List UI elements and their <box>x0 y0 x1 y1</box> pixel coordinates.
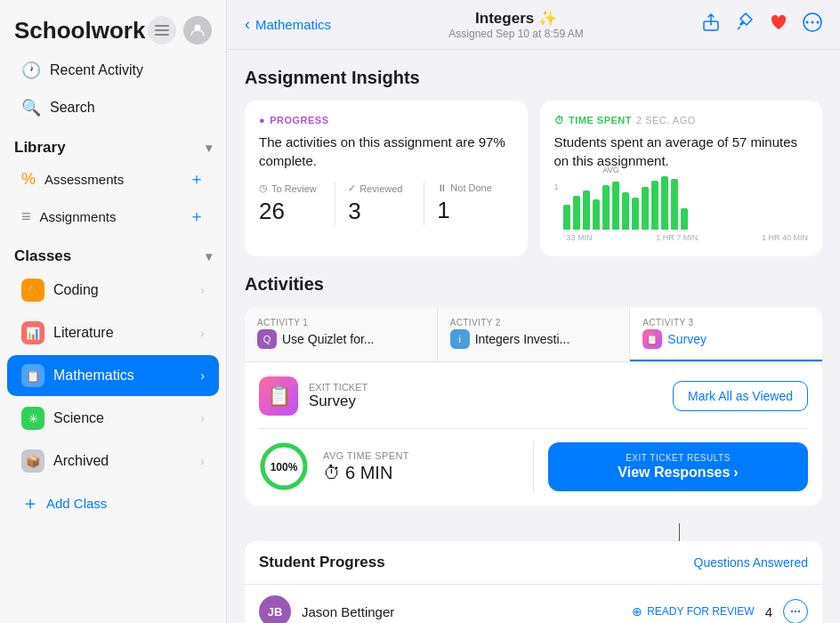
svg-rect-2 <box>155 34 169 36</box>
student-progress-title: Student Progress <box>259 554 385 571</box>
bar <box>671 179 678 230</box>
svg-point-8 <box>817 21 820 24</box>
pin-button[interactable] <box>735 12 755 36</box>
add-class-button[interactable]: ＋ Add Class <box>0 482 226 524</box>
main-content: ‹ Mathematics Integers ✨ Assigned Sep 10… <box>227 0 840 623</box>
student-row: JB Jason Bettinger ⊕ READY FOR REVIEW 4 <box>245 585 822 623</box>
svg-text:100%: 100% <box>271 461 298 473</box>
activity-tab-3[interactable]: ACTIVITY 3 📋 Survey <box>630 307 822 361</box>
insights-row: ● PROGRESS The activities on this assign… <box>245 101 822 256</box>
survey-card: 📋 EXIT TICKET Survey Mark All as Viewed <box>245 362 822 506</box>
assessments-icon: % <box>21 170 36 189</box>
ready-dot-icon: ⊕ <box>632 604 642 619</box>
time-text: Students spent an average of 57 minutes … <box>554 133 809 170</box>
time-label: ⏱ TIME SPENT 2 sec. ago <box>554 115 809 125</box>
svg-point-14 <box>795 611 796 612</box>
literature-chevron-icon: › <box>200 326 205 340</box>
ready-badge-1: ⊕ READY FOR REVIEW <box>632 604 754 619</box>
student-more-button-1[interactable] <box>783 599 808 623</box>
svg-point-6 <box>806 21 809 24</box>
bar <box>583 190 590 230</box>
mark-all-viewed-button[interactable]: Mark All as Viewed <box>673 381 808 411</box>
clock-icon: 🕐 <box>21 61 41 80</box>
to-review-value: 26 <box>259 198 322 225</box>
svg-rect-0 <box>155 25 169 27</box>
assignment-insights-title: Assignment Insights <box>245 68 822 88</box>
progress-stats: ◷ To Review 26 ✓ Reviewed 3 <box>259 182 513 225</box>
sidebar-item-archived[interactable]: 📦 Archived › <box>7 441 219 481</box>
survey-name: Survey <box>309 392 368 410</box>
progress-text: The activities on this assignment are 97… <box>259 133 513 170</box>
assignments-icon: ≡ <box>21 207 31 226</box>
mathematics-chevron-icon: › <box>200 368 205 383</box>
bar <box>573 196 580 230</box>
page-title: Integers ✨ <box>448 9 583 28</box>
not-done-stat: ⏸ Not Done 1 <box>437 182 513 225</box>
questions-answered-link[interactable]: Questions Answered <box>694 555 808 570</box>
clock-icon: ⏱ <box>323 463 341 483</box>
not-done-value: 1 <box>437 197 500 224</box>
bar <box>593 199 600 230</box>
bar <box>651 181 658 230</box>
coding-class-icon: 🔶 <box>21 279 44 302</box>
page-subtitle: Assigned Sep 10 at 8:59 AM <box>448 28 583 40</box>
science-chevron-icon: › <box>200 411 205 425</box>
time-ago: 2 sec. ago <box>636 115 696 125</box>
share-button[interactable] <box>701 12 721 36</box>
topbar-actions <box>701 12 822 36</box>
bar <box>622 192 629 230</box>
sidebar-item-literature[interactable]: 📊 Literature › <box>7 312 219 353</box>
activity2-icon: i <box>450 329 470 349</box>
not-done-icon: ⏸ <box>437 182 447 193</box>
sidebar-item-assessments[interactable]: % Assessments ＋ <box>7 161 219 197</box>
svg-point-13 <box>791 611 793 612</box>
add-assessment-button[interactable]: ＋ <box>189 168 205 190</box>
favorite-button[interactable] <box>769 12 788 36</box>
archived-class-icon: 📦 <box>21 449 44 473</box>
reviewed-stat: ✓ Reviewed 3 <box>348 182 424 225</box>
archived-chevron-icon: › <box>200 454 205 468</box>
student-progress-header: Student Progress Questions Answered <box>245 541 822 585</box>
progress-circle: 100% <box>259 441 309 491</box>
sidebar-item-search[interactable]: 🔍 Search <box>7 90 219 125</box>
back-button[interactable]: ‹ Mathematics <box>245 15 331 34</box>
svg-rect-1 <box>155 29 169 31</box>
callout-line <box>679 523 680 541</box>
activity3-icon: 📋 <box>642 329 662 349</box>
bar <box>642 187 649 230</box>
bar <box>681 208 688 230</box>
student-score-1: 4 <box>765 604 772 619</box>
survey-type: EXIT TICKET <box>309 382 368 392</box>
reviewed-icon: ✓ <box>348 182 356 194</box>
search-icon: 🔍 <box>21 98 41 117</box>
add-assignment-button[interactable]: ＋ <box>189 206 205 227</box>
sidebar-item-assignments[interactable]: ≡ Assignments ＋ <box>7 198 219 234</box>
sidebar-item-coding[interactable]: 🔶 Coding › <box>7 270 219 311</box>
student-progress-section: Student Progress Questions Answered JB J… <box>245 541 822 623</box>
avg-label: AVG <box>603 166 619 174</box>
coding-chevron-icon: › <box>200 283 205 297</box>
activity-tab-2[interactable]: ACTIVITY 2 i Integers Investi... <box>438 307 631 361</box>
chart-x-labels: 33 MIN 1 HR 7 MIN 1 HR 40 MIN <box>554 233 809 242</box>
activity1-icon: Q <box>257 329 277 349</box>
survey-header: 📋 EXIT TICKET Survey Mark All as Viewed <box>259 376 808 416</box>
bar-avg: AVG <box>612 182 619 230</box>
view-responses-button[interactable]: EXIT TICKET RESULTS View Responses › <box>548 442 808 491</box>
time-icon: ⏱ <box>554 115 565 125</box>
literature-class-icon: 📊 <box>21 321 44 344</box>
more-options-button[interactable] <box>803 12 822 36</box>
content-area: Assignment Insights ● PROGRESS The activ… <box>227 50 840 623</box>
view-responses-chevron-icon: › <box>733 465 738 481</box>
sidebar-item-science[interactable]: ✳ Science › <box>7 398 219 439</box>
to-review-stat: ◷ To Review 26 <box>259 182 335 225</box>
classes-section-header: Classes ▾ <box>0 235 226 269</box>
mathematics-class-icon: 📋 <box>21 364 44 387</box>
app-title: Schoolwork <box>14 17 145 44</box>
activity-tab-1[interactable]: ACTIVITY 1 Q Use Quizlet for... <box>245 307 438 361</box>
student-name-1: Jason Bettinger <box>302 604 394 619</box>
sidebar-item-mathematics[interactable]: 📋 Mathematics › <box>7 355 219 396</box>
user-profile-button[interactable] <box>183 16 212 44</box>
sidebar-toggle-button[interactable] <box>148 16 176 44</box>
to-review-icon: ◷ <box>259 182 268 194</box>
sidebar-item-recent-activity[interactable]: 🕐 Recent Activity <box>7 53 219 88</box>
